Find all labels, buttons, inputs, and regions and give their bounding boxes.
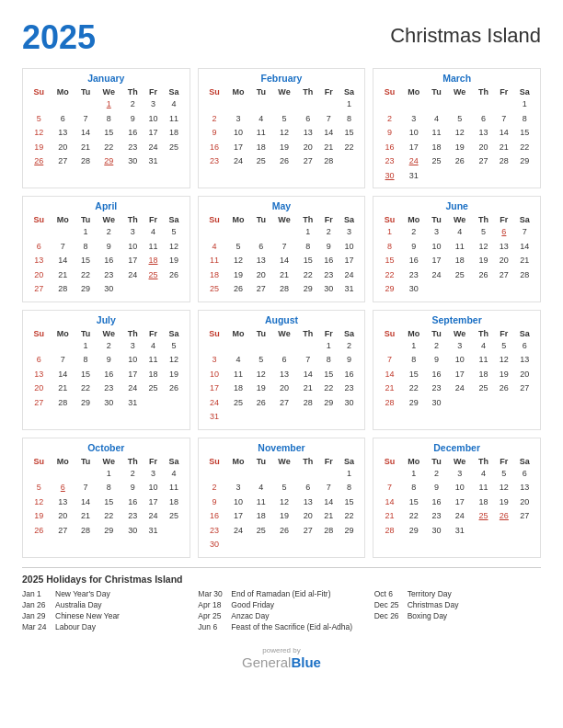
calendar-day: 29 — [401, 396, 427, 411]
calendar-day: 2 — [203, 112, 226, 127]
calendar-day: 26 — [163, 268, 185, 283]
calendar-day: 14 — [50, 254, 75, 268]
country-label: Christmas Island — [390, 18, 541, 48]
calendar-day: 15 — [319, 368, 339, 382]
calendar-day: 5 — [494, 467, 513, 482]
calendar-day: 7 — [271, 240, 297, 255]
calendar-day — [339, 538, 360, 552]
calendar-day — [271, 339, 297, 354]
calendar-day: 10 — [225, 126, 251, 141]
calendar-day: 19 — [494, 368, 513, 382]
holiday-date: Apr 25 — [198, 611, 227, 620]
calendar-day: 24 — [339, 268, 360, 283]
calendar-day: 7 — [319, 112, 339, 127]
day-header-mo: Mo — [401, 456, 427, 467]
calendar-day: 6 — [50, 481, 75, 495]
calendar-day: 3 — [426, 225, 446, 240]
calendar-day: 16 — [121, 495, 143, 510]
calendar-day: 3 — [225, 481, 251, 495]
calendar-table: SuMoTuWeThFrSa12345678910111213141516171… — [28, 456, 185, 539]
calendar-day: 16 — [203, 141, 226, 155]
calendar-day — [271, 225, 297, 240]
calendar-day: 4 — [144, 339, 163, 354]
calendars-grid: JanuarySuMoTuWeThFrSa1234567891011121314… — [22, 68, 541, 558]
calendar-day: 21 — [494, 141, 513, 155]
calendar-day: 2 — [203, 481, 226, 495]
day-header-fr: Fr — [494, 328, 513, 339]
calendar-day: 20 — [297, 509, 318, 524]
calendar-day — [251, 467, 271, 482]
calendar-day: 21 — [319, 509, 339, 524]
calendar-day: 22 — [401, 381, 427, 396]
calendar-day: 25 — [446, 268, 472, 283]
calendar-day — [50, 225, 75, 240]
month-block-october: OctoberSuMoTuWeThFrSa1234567891011121314… — [22, 438, 190, 558]
calendar-day: 18 — [144, 254, 163, 268]
calendar-day — [378, 467, 401, 482]
calendar-day: 31 — [401, 169, 427, 184]
calendar-day: 2 — [121, 467, 143, 482]
calendar-day: 19 — [225, 268, 251, 283]
day-header-sa: Sa — [163, 328, 185, 339]
calendar-day: 6 — [297, 112, 318, 127]
day-header-mo: Mo — [225, 214, 251, 225]
calendar-day: 28 — [378, 524, 401, 539]
calendar-day: 16 — [426, 495, 446, 510]
day-header-we: We — [96, 328, 121, 339]
calendar-day: 8 — [401, 353, 427, 368]
day-header-mo: Mo — [225, 86, 251, 97]
calendar-day: 2 — [401, 225, 427, 240]
calendar-day: 2 — [96, 339, 121, 354]
calendar-day: 9 — [339, 353, 360, 368]
calendar-day: 11 — [446, 240, 472, 255]
calendar-day: 21 — [50, 268, 75, 283]
calendar-day: 11 — [144, 240, 163, 255]
month-name: January — [28, 73, 185, 84]
calendar-day: 7 — [319, 481, 339, 495]
month-block-january: JanuarySuMoTuWeThFrSa1234567891011121314… — [22, 68, 190, 188]
calendar-day: 22 — [96, 509, 121, 524]
calendar-day: 9 — [401, 240, 427, 255]
calendar-day — [225, 225, 251, 240]
calendar-day: 28 — [514, 268, 535, 283]
calendar-day: 22 — [401, 509, 427, 524]
calendar-day: 8 — [297, 240, 318, 255]
holiday-entry: Apr 18Good Friday — [198, 600, 364, 609]
calendar-day: 24 — [446, 381, 472, 396]
calendar-day — [75, 97, 96, 112]
day-header-mo: Mo — [401, 86, 427, 97]
calendar-day — [203, 467, 226, 482]
calendar-day: 7 — [378, 481, 401, 495]
calendar-day: 7 — [494, 112, 513, 127]
calendar-day: 3 — [121, 225, 143, 240]
calendar-day: 21 — [271, 268, 297, 283]
calendar-day: 31 — [339, 282, 360, 297]
holiday-date: Mar 30 — [198, 589, 227, 598]
calendar-day: 16 — [203, 509, 226, 524]
month-block-may: MaySuMoTuWeThFrSa12345678910111213141516… — [198, 196, 366, 302]
calendar-table: SuMoTuWeThFrSa12345678910111213141516171… — [378, 86, 535, 183]
day-header-we: We — [271, 214, 297, 225]
calendar-day: 12 — [494, 353, 513, 368]
calendar-day: 26 — [494, 381, 513, 396]
calendar-day — [339, 154, 360, 169]
calendar-day: 8 — [339, 481, 360, 495]
calendar-day: 6 — [473, 112, 494, 127]
calendar-day — [271, 410, 297, 425]
day-header-sa: Sa — [514, 456, 535, 467]
calendar-table: SuMoTuWeThFrSa12345678910111213141516171… — [28, 214, 185, 297]
day-header-su: Su — [378, 328, 401, 339]
calendar-day: 11 — [163, 112, 185, 127]
calendar-day: 15 — [96, 495, 121, 510]
calendar-day: 20 — [251, 268, 271, 283]
calendar-day: 15 — [339, 126, 360, 141]
calendar-day: 6 — [28, 240, 50, 255]
calendar-day: 10 — [121, 353, 143, 368]
calendar-day: 3 — [225, 112, 251, 127]
calendar-day: 2 — [121, 97, 143, 112]
holiday-name: End of Ramadan (Eid al-Fitr) — [231, 589, 330, 598]
calendar-day: 25 — [426, 154, 446, 169]
calendar-day: 30 — [96, 282, 121, 297]
calendar-day: 31 — [446, 524, 472, 539]
calendar-day: 17 — [203, 381, 226, 396]
